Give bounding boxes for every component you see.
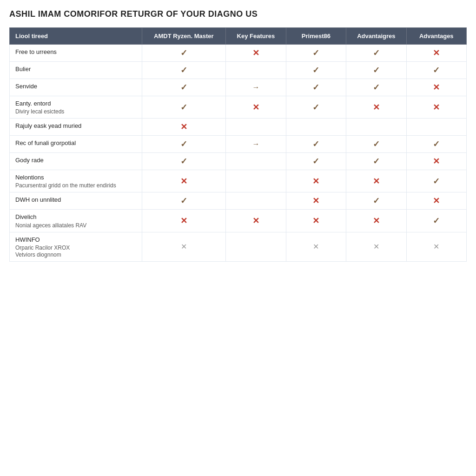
check-icon: ✓	[373, 196, 380, 205]
table-row: Gody rade ✓ ✓ ✓ ✕	[10, 153, 467, 170]
row-col5: ✓	[346, 192, 406, 210]
row-col4: ✓	[286, 153, 346, 170]
row-feature-label: Rec of funali grorpotial	[10, 136, 142, 153]
row-label: Free to urreens	[15, 48, 57, 55]
x-gray-icon: ✕	[433, 243, 439, 251]
row-feature-label: NelontionsPacursentral gridd on the mutt…	[10, 170, 142, 192]
row-col4: ✓	[286, 45, 346, 62]
cross-icon: ✕	[252, 48, 259, 58]
row-label: DWH on unnlited	[15, 196, 61, 203]
check-icon: ✓	[373, 48, 380, 58]
check-icon: ✓	[373, 83, 380, 92]
row-sublabel: Nonial ageces alliatales RAV	[15, 222, 86, 229]
cross-icon: ✕	[373, 177, 380, 186]
x-gray-icon: ✕	[373, 243, 379, 251]
check-icon: ✓	[180, 48, 187, 58]
col4-header: Primest86	[286, 28, 346, 45]
check-icon: ✓	[312, 83, 319, 92]
table-header-row: Liool tireed AMDT Ryzen. Master Key Feat…	[10, 28, 467, 45]
row-col2: ✓	[142, 45, 226, 62]
row-sublabel: Pacursentral gridd on the mutter endirid…	[15, 182, 116, 189]
check-icon: ✓	[180, 83, 187, 92]
row-col4: ✕	[286, 210, 346, 232]
check-icon: ✓	[180, 157, 187, 166]
row-col6: ✓	[406, 62, 466, 79]
row-label: Bulier	[15, 66, 31, 73]
row-feature-label: DivelichNonial ageces alliatales RAV	[10, 210, 142, 232]
cross-icon: ✕	[373, 216, 380, 225]
x-gray-icon: ✕	[181, 243, 187, 251]
table-row: DivelichNonial ageces alliatales RAV ✕ ✕…	[10, 210, 467, 232]
row-col2: ✓	[142, 96, 226, 119]
row-col6: ✓	[406, 136, 466, 153]
row-col4: ✓	[286, 96, 346, 119]
col6-header: Advantages	[406, 28, 466, 45]
col5-header: Advantaigres	[346, 28, 406, 45]
cross-icon: ✕	[433, 157, 440, 166]
check-icon: ✓	[433, 139, 440, 149]
cross-icon: ✕	[180, 216, 187, 225]
table-row: NelontionsPacursentral gridd on the mutt…	[10, 170, 467, 192]
col-label-header: Liool tireed	[10, 28, 142, 45]
cross-icon: ✕	[252, 216, 259, 225]
row-col3	[226, 192, 286, 210]
check-icon: ✓	[433, 66, 440, 75]
row-col3	[226, 153, 286, 170]
check-icon: ✓	[312, 103, 319, 112]
row-col3	[226, 62, 286, 79]
row-col6	[406, 119, 466, 136]
comparison-table: Liool tireed AMDT Ryzen. Master Key Feat…	[9, 27, 467, 262]
row-col5: ✕	[346, 210, 406, 232]
cross-icon: ✕	[180, 177, 187, 186]
arrow-icon: →	[252, 140, 259, 148]
check-icon: ✓	[373, 157, 380, 166]
check-icon: ✓	[312, 139, 319, 149]
cross-icon: ✕	[373, 103, 380, 112]
row-col5: ✓	[346, 45, 406, 62]
cross-icon: ✕	[312, 196, 319, 205]
row-col2: ✕	[142, 170, 226, 192]
row-label: Nelontions	[15, 174, 44, 181]
check-icon: ✓	[373, 66, 380, 75]
row-col6: ✕	[406, 79, 466, 96]
cross-icon: ✕	[433, 83, 440, 92]
row-label: Gody rade	[15, 157, 44, 164]
check-icon: ✓	[180, 196, 187, 205]
row-col4: ✓	[286, 79, 346, 96]
row-col2: ✓	[142, 153, 226, 170]
row-label: Rajuly eask yead muried	[15, 122, 81, 129]
row-col2: ✓	[142, 79, 226, 96]
table-row: Free to urreens ✓ ✕ ✓ ✓ ✕	[10, 45, 467, 62]
row-col5	[346, 119, 406, 136]
table-row: Eanty. entordDiviry lecal esicteds ✓ ✕ ✓…	[10, 96, 467, 119]
row-col3	[226, 170, 286, 192]
row-col3: →	[226, 136, 286, 153]
check-icon: ✓	[433, 177, 440, 186]
row-col3	[226, 232, 286, 261]
table-row: Senvide ✓ → ✓ ✓ ✕	[10, 79, 467, 96]
row-col5: ✕	[346, 96, 406, 119]
check-icon: ✓	[373, 139, 380, 149]
row-col3: →	[226, 79, 286, 96]
row-label: Divelich	[15, 213, 37, 220]
row-col5: ✕	[346, 170, 406, 192]
row-col6: ✕	[406, 232, 466, 261]
row-feature-label: Rajuly eask yead muried	[10, 119, 142, 136]
arrow-icon: →	[252, 83, 259, 91]
row-col4: ✓	[286, 62, 346, 79]
check-icon: ✓	[180, 139, 187, 149]
check-icon: ✓	[312, 157, 319, 166]
row-col2: ✓	[142, 62, 226, 79]
row-col6: ✕	[406, 45, 466, 62]
row-col2: ✓	[142, 192, 226, 210]
row-feature-label: Senvide	[10, 79, 142, 96]
row-col6: ✓	[406, 210, 466, 232]
row-sublabel: Diviry lecal esicteds	[15, 108, 64, 115]
row-col6: ✓	[406, 170, 466, 192]
row-label: Senvide	[15, 83, 37, 90]
cross-icon: ✕	[433, 48, 440, 58]
check-icon: ✓	[433, 216, 440, 225]
cross-icon: ✕	[433, 196, 440, 205]
row-col2: ✕	[142, 210, 226, 232]
row-col4: ✕	[286, 232, 346, 261]
